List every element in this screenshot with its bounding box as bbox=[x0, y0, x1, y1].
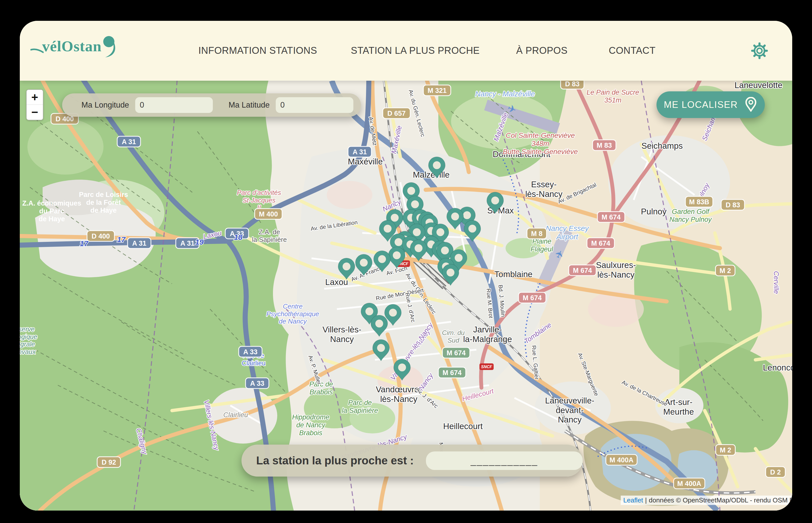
svg-text:D 83: D 83 bbox=[565, 81, 579, 88]
road-shield: M 674 bbox=[438, 367, 466, 378]
svg-text:Airport: Airport bbox=[556, 233, 578, 241]
road-shield: M 400A bbox=[674, 478, 705, 489]
road-shield: M 2 bbox=[716, 445, 735, 455]
svg-text:D 92: D 92 bbox=[102, 458, 116, 466]
road-shield: M 400 bbox=[255, 209, 282, 219]
svg-text:Réserve: Réserve bbox=[20, 325, 35, 333]
latitude-input[interactable] bbox=[276, 97, 353, 113]
svg-text:de Nancy: de Nancy bbox=[279, 318, 307, 325]
svg-text:Butte Sainte-Geneviève: Butte Sainte-Geneviève bbox=[503, 148, 578, 156]
gear-icon[interactable] bbox=[750, 41, 769, 60]
svg-text:lès-Nancy: lès-Nancy bbox=[597, 270, 635, 279]
svg-text:M 674: M 674 bbox=[442, 369, 461, 377]
svg-text:Meurthe: Meurthe bbox=[663, 407, 694, 416]
svg-text:Parc de Loisirs: Parc de Loisirs bbox=[79, 191, 128, 198]
svg-text:devant-: devant- bbox=[556, 405, 584, 415]
svg-text:Cerville: Cerville bbox=[772, 271, 780, 294]
svg-text:M 83: M 83 bbox=[597, 142, 612, 149]
svg-text:Parc de: Parc de bbox=[348, 399, 372, 407]
map-label: Lenoncourt bbox=[763, 363, 792, 372]
svg-text:la-Malgrange: la-Malgrange bbox=[463, 335, 512, 344]
svg-text:Le Pain de Sucre: Le Pain de Sucre bbox=[587, 89, 639, 96]
road-shield: M 674 bbox=[587, 238, 614, 249]
leaflet-link[interactable]: Leaflet bbox=[623, 497, 643, 504]
svg-text:Laneuvelotte: Laneuvelotte bbox=[735, 81, 782, 90]
exit-number: 18 bbox=[234, 233, 242, 241]
nav-station-la-plus-proche[interactable]: STATION LA PLUS PROCHE bbox=[351, 45, 480, 56]
longitude-input[interactable] bbox=[135, 97, 213, 113]
road-shield: M 83B bbox=[685, 196, 713, 207]
nav-contact[interactable]: CONTACT bbox=[609, 45, 656, 56]
svg-text:Nancy Essey: Nancy Essey bbox=[546, 224, 589, 232]
svg-text:Centre: Centre bbox=[283, 303, 302, 310]
map-label: Clairlieu bbox=[223, 411, 248, 419]
svg-text:de Haye: de Haye bbox=[39, 215, 65, 223]
map-label: Pulnoy bbox=[641, 207, 667, 216]
svg-text:M 674: M 674 bbox=[573, 267, 592, 274]
nearest-station-input[interactable] bbox=[426, 451, 583, 470]
header: vélOstan INFORMATION STATIONS STATION LA… bbox=[20, 21, 792, 81]
svg-text:M 400: M 400 bbox=[259, 210, 278, 218]
svg-text:Clairlieu: Clairlieu bbox=[223, 411, 248, 419]
svg-text:Parc d'activités: Parc d'activités bbox=[237, 189, 281, 196]
nav-information-stations[interactable]: INFORMATION STATIONS bbox=[198, 45, 317, 56]
location-pin-icon bbox=[744, 97, 757, 113]
road-shield: M 674 bbox=[442, 347, 470, 358]
svg-text:Garden Golf: Garden Golf bbox=[672, 208, 710, 215]
svg-text:Laneuveville-: Laneuveville- bbox=[545, 396, 594, 405]
svg-text:la Sapinière: la Sapinière bbox=[252, 236, 287, 244]
svg-text:M 2: M 2 bbox=[720, 446, 731, 454]
locate-me-button[interactable]: ME LOCALISER bbox=[657, 91, 765, 118]
exit-number: 19 bbox=[195, 238, 204, 246]
svg-text:St-Jacques: St-Jacques bbox=[242, 196, 276, 204]
logo[interactable]: vélOstan bbox=[31, 39, 116, 58]
svg-text:M 674: M 674 bbox=[602, 213, 621, 221]
map-label: Tomblaine bbox=[494, 270, 533, 279]
app-card: MaxévilleMalzévilleDommartemontEssey-lès… bbox=[20, 21, 792, 510]
road-shield: M 321 bbox=[423, 85, 451, 96]
svg-text:Heillecourt: Heillecourt bbox=[443, 421, 483, 431]
svg-text:Vandœuvre-: Vandœuvre- bbox=[376, 385, 422, 394]
svg-text:la Sapinière: la Sapinière bbox=[342, 407, 378, 414]
svg-text:Seichamps: Seichamps bbox=[641, 141, 683, 150]
map-label: Cerville bbox=[772, 271, 780, 294]
map-label: Laxou bbox=[325, 277, 348, 287]
sncf-badge: SNCF bbox=[479, 363, 494, 370]
logo-comma-icon bbox=[102, 35, 116, 58]
zoom-in-button[interactable]: + bbox=[26, 90, 43, 105]
road-shield: M 2 bbox=[716, 265, 735, 276]
svg-text:Z.A. économiques: Z.A. économiques bbox=[22, 199, 81, 207]
svg-text:biologique: biologique bbox=[20, 333, 37, 341]
svg-text:Jarville-: Jarville- bbox=[473, 325, 502, 334]
exit-number: 17 bbox=[80, 239, 89, 248]
nearest-station-label: La station la plus proche est : bbox=[256, 454, 414, 467]
road-shield: A 31 bbox=[128, 238, 151, 249]
svg-text:du Parc: du Parc bbox=[39, 207, 64, 215]
svg-text:Z.A. de: Z.A. de bbox=[259, 228, 280, 236]
svg-text:A 31: A 31 bbox=[180, 239, 195, 247]
nav-a-propos[interactable]: À PROPOS bbox=[516, 45, 568, 56]
road-shield: M 8 bbox=[527, 228, 547, 239]
svg-text:SNCF: SNCF bbox=[481, 365, 492, 369]
svg-text:D 400: D 400 bbox=[92, 232, 110, 240]
svg-text:intégrale: intégrale bbox=[20, 340, 35, 348]
svg-text:Col Sainte-Geneviève: Col Sainte-Geneviève bbox=[506, 131, 575, 139]
svg-text:D 83: D 83 bbox=[725, 201, 740, 209]
svg-text:M 400A: M 400A bbox=[677, 480, 701, 487]
map-label: Saulxures-lès-Nancy bbox=[596, 260, 636, 279]
road-shield: D 83 bbox=[560, 81, 584, 89]
svg-text:M 674: M 674 bbox=[446, 349, 465, 357]
svg-text:de Nancy: de Nancy bbox=[296, 421, 326, 429]
road-shield: A 33 bbox=[239, 346, 262, 357]
svg-text:lès-Nancy: lès-Nancy bbox=[525, 189, 562, 199]
logo-swash-icon bbox=[31, 48, 44, 54]
logo-text: vélOstan bbox=[42, 39, 102, 54]
map-attribution: Leaflet | données © OpenStreetMap/ODbL -… bbox=[621, 495, 792, 505]
zoom-out-button[interactable]: − bbox=[26, 105, 43, 120]
svg-text:Hippodrome: Hippodrome bbox=[292, 413, 329, 421]
map-label: Laneuvelotte bbox=[735, 81, 782, 90]
attribution-separator: | bbox=[645, 497, 647, 504]
svg-text:351m: 351m bbox=[604, 96, 622, 104]
road-shield: M 674 bbox=[518, 292, 546, 303]
map-label: Maxéville bbox=[348, 157, 383, 166]
